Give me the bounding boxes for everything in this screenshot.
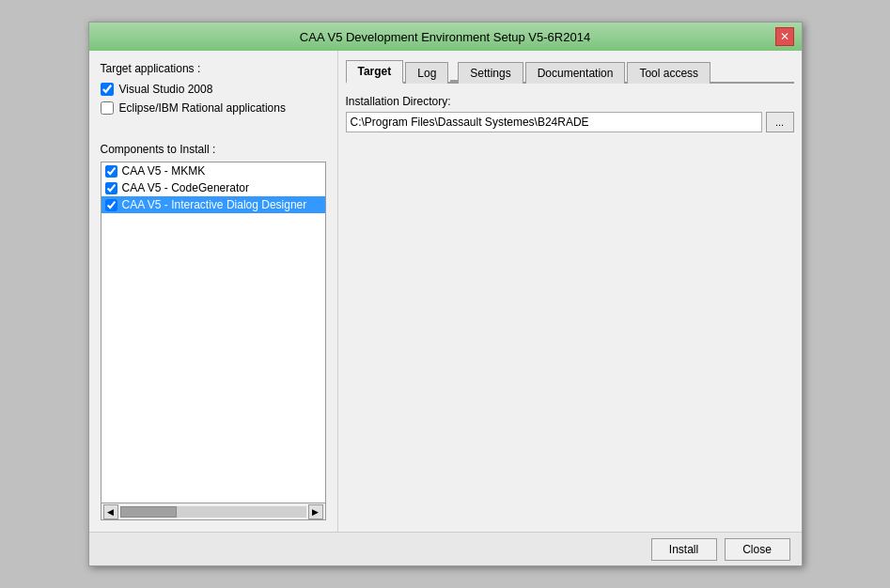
close-button[interactable]: ✕ bbox=[775, 27, 794, 46]
component-mkmk[interactable]: CAA V5 - MKMK bbox=[101, 162, 325, 179]
tab-settings[interactable]: Settings bbox=[458, 62, 523, 84]
component-codegen[interactable]: CAA V5 - CodeGenerator bbox=[101, 179, 325, 196]
main-window: CAA V5 Development Environment Setup V5-… bbox=[88, 22, 803, 566]
scroll-left-arrow[interactable]: ◀ bbox=[103, 504, 118, 519]
components-list: CAA V5 - MKMK CAA V5 - CodeGenerator CAA… bbox=[101, 162, 326, 503]
tab-target[interactable]: Target bbox=[346, 60, 404, 84]
right-panel: Target Log Settings Documentation Tool a… bbox=[338, 51, 802, 532]
tab-content-target: Installation Directory: ... bbox=[346, 95, 794, 524]
vs2008-checkbox-item: Visual Studio 2008 bbox=[101, 83, 326, 96]
title-bar: CAA V5 Development Environment Setup V5-… bbox=[89, 23, 802, 51]
components-label: Components to Install : bbox=[101, 143, 326, 156]
left-panel: Target applications : Visual Studio 2008… bbox=[89, 51, 338, 532]
horizontal-scrollbar[interactable]: ◀ ▶ bbox=[101, 503, 326, 520]
installation-dir-label: Installation Directory: bbox=[346, 95, 794, 108]
scroll-right-arrow[interactable]: ▶ bbox=[308, 504, 323, 519]
mkmk-checkbox[interactable] bbox=[105, 165, 117, 178]
eclipse-checkbox[interactable] bbox=[101, 101, 114, 115]
install-button[interactable]: Install bbox=[651, 538, 717, 561]
installation-dir-row: ... bbox=[346, 112, 794, 132]
component-idd[interactable]: CAA V5 - Interactive Dialog Designer bbox=[101, 196, 325, 213]
vs2008-label: Visual Studio 2008 bbox=[119, 83, 213, 96]
window-body: Target applications : Visual Studio 2008… bbox=[89, 51, 802, 532]
installation-dir-input[interactable] bbox=[346, 112, 762, 132]
vs2008-checkbox[interactable] bbox=[101, 83, 114, 96]
eclipse-checkbox-item: Eclipse/IBM Rational applications bbox=[101, 101, 326, 115]
idd-checkbox[interactable] bbox=[105, 199, 117, 211]
idd-label: CAA V5 - Interactive Dialog Designer bbox=[122, 198, 307, 211]
window-title: CAA V5 Development Environment Setup V5-… bbox=[116, 30, 775, 44]
bottom-bar: Install Close bbox=[89, 532, 802, 565]
tab-documentation[interactable]: Documentation bbox=[525, 62, 626, 84]
codegen-label: CAA V5 - CodeGenerator bbox=[122, 181, 249, 194]
close-window-button[interactable]: Close bbox=[725, 538, 790, 561]
eclipse-label: Eclipse/IBM Rational applications bbox=[119, 101, 286, 115]
target-apps-label: Target applications : bbox=[101, 62, 326, 75]
tab-log[interactable]: Log bbox=[405, 62, 448, 84]
scroll-track[interactable] bbox=[120, 506, 306, 518]
tabs: Target Log Settings Documentation Tool a… bbox=[346, 58, 794, 84]
tab-tool-access[interactable]: Tool access bbox=[627, 62, 710, 84]
codegen-checkbox[interactable] bbox=[105, 182, 117, 194]
mkmk-label: CAA V5 - MKMK bbox=[122, 164, 206, 178]
browse-button[interactable]: ... bbox=[766, 112, 794, 132]
components-section: Components to Install : CAA V5 - MKMK CA… bbox=[101, 143, 326, 520]
scroll-thumb[interactable] bbox=[120, 506, 177, 518]
